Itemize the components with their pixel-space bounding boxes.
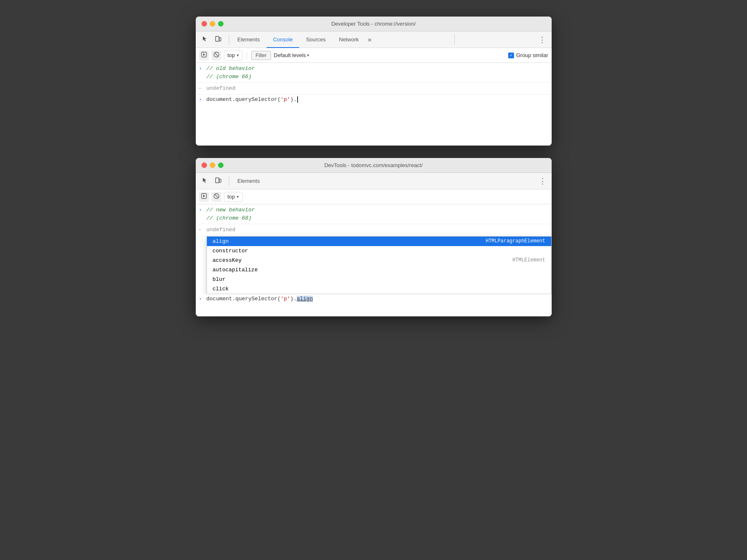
autocomplete-name-2: accessKey — [213, 257, 242, 263]
console-line-2: ← undefined — [196, 83, 552, 95]
group-similar-text: Group similar — [516, 52, 548, 58]
autocomplete-item-blur[interactable]: blur — [207, 275, 551, 284]
group-similar-label[interactable]: Group similar — [508, 52, 548, 58]
autocomplete-item-accesskey[interactable]: accessKey HTMLElement — [207, 256, 551, 265]
console-toolbar-1: top ▾ Filter Default levels ▾ Group simi… — [196, 48, 552, 63]
svg-rect-0 — [216, 36, 219, 41]
console-line-3: › // new behavior// (chrome 68) — [196, 204, 552, 224]
devtools-menu-btn-2[interactable]: ⋮ — [537, 175, 548, 187]
clear-console-btn[interactable] — [211, 50, 221, 60]
run-icon — [201, 52, 207, 59]
console-input-line-1[interactable]: › document.querySelector('p'). — [196, 95, 552, 104]
more-tabs-btn[interactable]: » — [365, 36, 374, 43]
console-comment-2: // new behavior// (chrome 68) — [207, 206, 255, 222]
default-levels-arrow: ▾ — [307, 53, 309, 57]
group-similar-checkbox[interactable] — [508, 53, 514, 58]
autocomplete-name-3: autocapitalize — [213, 267, 258, 273]
autocomplete-item-constructor[interactable]: constructor — [207, 246, 551, 256]
tab-bar-icons-2 — [199, 175, 224, 187]
group-similar-area: Group similar — [508, 52, 548, 58]
device-icon-btn[interactable] — [212, 34, 224, 45]
minimize-button-2[interactable] — [210, 163, 215, 168]
context-arrow-2: ▾ — [237, 194, 239, 199]
return-arrow-1: ← — [199, 85, 202, 92]
devtools-menu-btn[interactable]: ⋮ — [536, 34, 548, 45]
maximize-button-2[interactable] — [218, 163, 223, 168]
return-arrow-2: ← — [199, 226, 202, 233]
close-button[interactable] — [202, 21, 207, 26]
svg-rect-7 — [219, 179, 221, 182]
tab-elements-1[interactable]: Elements — [231, 31, 267, 48]
input-arrow-1: › — [199, 65, 202, 72]
run-icon-2 — [201, 193, 207, 200]
tab-sources-1[interactable]: Sources — [299, 31, 332, 48]
cursor-icon-2 — [202, 177, 208, 185]
console-padding-1 — [196, 104, 552, 129]
svg-line-5 — [214, 53, 218, 57]
tab-divider-2 — [454, 35, 455, 45]
maximize-button[interactable] — [218, 21, 223, 26]
toolbar-separator-1 — [247, 51, 247, 60]
svg-rect-1 — [219, 38, 221, 41]
tab-network-1[interactable]: Network — [332, 31, 365, 48]
tab-bar-1: Elements Console Sources Network » ⋮ — [196, 31, 552, 48]
console-toolbar-2: top ▾ — [196, 189, 552, 204]
tab-divider-3 — [229, 176, 229, 186]
title-bar-1: Developer Tools - chrome://version/ — [196, 17, 552, 31]
autocomplete-name-0: align — [213, 238, 229, 244]
tab-elements-2[interactable]: Elements — [231, 173, 267, 189]
devtools-window-1: Developer Tools - chrome://version/ — [196, 17, 552, 146]
autocomplete-item-autocapitalize[interactable]: autocapitalize — [207, 265, 551, 275]
block-icon — [214, 52, 219, 59]
autocomplete-name-1: constructor — [213, 248, 248, 254]
tab-bar-2: Elements ⋮ — [196, 173, 552, 189]
run-script-btn-2[interactable] — [199, 192, 209, 202]
svg-rect-6 — [216, 178, 219, 183]
tab-console-1[interactable]: Console — [267, 31, 300, 48]
console-comment-1: // old behavior// (chrome 66) — [207, 65, 255, 81]
traffic-lights-1 — [202, 21, 223, 26]
autocomplete-name-5: click — [213, 286, 229, 292]
inspect-icon-btn[interactable] — [199, 34, 211, 45]
context-label-2: top — [228, 194, 235, 200]
devtools-window-2: DevTools - todomvc.com/examples/react/ — [196, 158, 552, 316]
inspect-icon-btn-2[interactable] — [199, 175, 211, 187]
console-padding-2 — [196, 304, 552, 316]
device-icon-2 — [215, 177, 221, 185]
console-line-1: › // old behavior// (chrome 66) — [196, 63, 552, 83]
filter-btn-1[interactable]: Filter — [251, 51, 271, 60]
autocomplete-dropdown: align HTMLParagraphElement constructor a… — [207, 236, 552, 294]
context-arrow-1: ▾ — [237, 53, 239, 57]
clear-console-btn-2[interactable] — [211, 192, 221, 202]
svg-line-11 — [214, 194, 218, 198]
input-arrow-current-2: › — [199, 296, 202, 302]
default-levels-btn[interactable]: Default levels ▾ — [274, 52, 309, 58]
console-input-text-2: document.querySelector('p').align — [207, 296, 313, 302]
console-output-2: › // new behavior// (chrome 68) ← undefi… — [196, 204, 552, 316]
run-script-btn[interactable] — [199, 50, 209, 60]
console-input-line-2[interactable]: › document.querySelector('p').align — [196, 294, 552, 304]
autocomplete-type-0: HTMLParagraphElement — [485, 238, 545, 244]
console-input-text-1: document.querySelector('p'). — [207, 96, 298, 103]
input-arrow-3: › — [199, 206, 202, 214]
window-title-1: Developer Tools - chrome://version/ — [331, 21, 416, 27]
input-arrow-current-1: › — [199, 97, 202, 103]
autocomplete-type-2: HTMLElement — [512, 257, 545, 263]
more-tabs-icon: » — [368, 36, 372, 43]
context-selector-1[interactable]: top ▾ — [224, 50, 243, 60]
minimize-button[interactable] — [210, 21, 215, 26]
window-title-2: DevTools - todomvc.com/examples/react/ — [324, 162, 423, 168]
block-icon-2 — [214, 193, 219, 200]
autocomplete-item-align[interactable]: align HTMLParagraphElement — [207, 237, 551, 246]
context-selector-2[interactable]: top ▾ — [224, 192, 243, 202]
close-button-2[interactable] — [202, 163, 207, 168]
context-label-1: top — [228, 52, 235, 58]
console-return-2: undefined — [207, 226, 235, 234]
title-bar-2: DevTools - todomvc.com/examples/react/ — [196, 158, 552, 173]
tab-bar-icons — [199, 34, 224, 45]
svg-marker-3 — [203, 53, 205, 56]
device-icon-btn-2[interactable] — [212, 175, 224, 187]
console-line-4: ← undefined — [196, 224, 552, 236]
autocomplete-item-click[interactable]: click — [207, 284, 551, 294]
console-return-1: undefined — [207, 84, 235, 93]
